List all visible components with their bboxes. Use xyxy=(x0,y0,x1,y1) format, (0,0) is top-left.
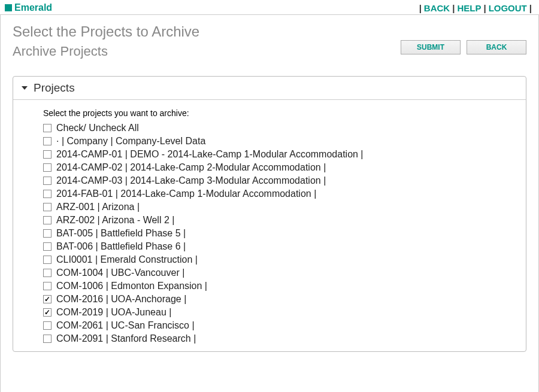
project-label: 2014-CAMP-03 | 2014-Lake-Camp 3-Modular … xyxy=(56,175,326,186)
project-label: COM-2016 | UOA-Anchorage | xyxy=(56,294,186,305)
page-header: Select the Projects to Archive Archive P… xyxy=(1,15,538,64)
list-item: BAT-006 | Battlefield Phase 6 | xyxy=(43,240,502,253)
list-item: ARZ-002 | Arizona - Well 2 | xyxy=(43,214,502,227)
list-item: 2014-CAMP-03 | 2014-Lake-Camp 3-Modular … xyxy=(43,174,502,187)
project-checkbox[interactable] xyxy=(43,124,52,132)
project-label: ARZ-002 | Arizona - Well 2 | xyxy=(56,215,174,226)
list-item: ARZ-001 | Arizona | xyxy=(43,200,502,214)
list-item: CLI0001 | Emerald Construction | xyxy=(43,253,502,266)
list-item: BAT-005 | Battlefield Phase 5 | xyxy=(43,227,502,240)
chevron-down-icon xyxy=(22,86,28,90)
section-header[interactable]: Projects xyxy=(13,77,526,100)
project-checkbox[interactable] xyxy=(43,295,52,303)
nav-logout-link[interactable]: LOGOUT xyxy=(489,3,527,13)
project-checkbox[interactable] xyxy=(43,256,52,264)
nav-separator: | xyxy=(483,3,486,13)
section-title: Projects xyxy=(34,81,75,95)
content-wrapper: Select the Projects to Archive Archive P… xyxy=(0,15,539,392)
project-checkbox[interactable] xyxy=(43,308,52,317)
list-item: 2014-FAB-01 | 2014-Lake-Camp 1-Modular A… xyxy=(43,187,502,200)
back-button[interactable]: BACK xyxy=(467,40,526,54)
project-checkbox[interactable] xyxy=(43,177,52,185)
project-checkbox[interactable] xyxy=(43,137,52,145)
project-checkbox[interactable] xyxy=(43,190,52,198)
project-checkbox[interactable] xyxy=(43,150,52,159)
project-label: Check/ Uncheck All xyxy=(56,123,139,133)
submit-button[interactable]: SUBMIT xyxy=(401,40,461,54)
project-list: Check/ Uncheck All· | Company | Company-… xyxy=(43,121,502,345)
list-item: 2014-CAMP-02 | 2014-Lake-Camp 2-Modular … xyxy=(43,161,502,174)
project-label: · | Company | Company-Level Data xyxy=(56,136,205,147)
project-checkbox[interactable] xyxy=(43,269,52,277)
project-checkbox[interactable] xyxy=(43,242,52,251)
page-titles: Select the Projects to Archive Archive P… xyxy=(13,23,199,59)
project-label: CLI0001 | Emerald Construction | xyxy=(56,254,198,265)
project-checkbox[interactable] xyxy=(43,282,52,290)
list-item: Check/ Uncheck All xyxy=(43,121,502,135)
list-item: COM-2091 | Stanford Research | xyxy=(43,332,502,345)
projects-section: Projects Select the projects you want to… xyxy=(13,76,526,352)
list-item: 2014-CAMP-01 | DEMO - 2014-Lake-Camp 1-M… xyxy=(43,148,502,161)
brand-logo: Emerald xyxy=(5,2,52,13)
action-buttons: SUBMIT BACK xyxy=(401,40,526,54)
list-item: COM-1004 | UBC-Vancouver | xyxy=(43,266,502,279)
project-checkbox[interactable] xyxy=(43,321,52,330)
section-body: Select the projects you want to archive:… xyxy=(13,100,526,351)
project-checkbox[interactable] xyxy=(43,203,52,211)
project-checkbox[interactable] xyxy=(43,216,52,224)
nav-help-link[interactable]: HELP xyxy=(457,3,481,13)
list-item: · | Company | Company-Level Data xyxy=(43,135,502,148)
section-instruction: Select the projects you want to archive: xyxy=(43,108,502,118)
project-label: 2014-FAB-01 | 2014-Lake-Camp 1-Modular A… xyxy=(56,189,316,199)
app-header: Emerald | BACK | HELP | LOGOUT | xyxy=(0,0,539,15)
project-label: ARZ-001 | Arizona | xyxy=(56,202,140,212)
list-item: COM-2019 | UOA-Juneau | xyxy=(43,306,502,319)
nav-back-link[interactable]: BACK xyxy=(424,3,450,13)
project-label: COM-2091 | Stanford Research | xyxy=(56,333,196,344)
project-label: COM-2019 | UOA-Juneau | xyxy=(56,307,171,318)
nav-links: | BACK | HELP | LOGOUT | xyxy=(417,3,534,13)
project-label: COM-1006 | Edmonton Expansion | xyxy=(56,281,207,291)
brand-name: Emerald xyxy=(14,2,52,13)
project-checkbox[interactable] xyxy=(43,229,52,238)
project-label: 2014-CAMP-02 | 2014-Lake-Camp 2-Modular … xyxy=(56,162,326,173)
project-label: BAT-005 | Battlefield Phase 5 | xyxy=(56,228,186,239)
project-checkbox[interactable] xyxy=(43,335,52,343)
nav-separator: | xyxy=(419,3,422,13)
list-item: COM-2016 | UOA-Anchorage | xyxy=(43,293,502,306)
project-label: BAT-006 | Battlefield Phase 6 | xyxy=(56,241,186,252)
project-label: COM-1004 | UBC-Vancouver | xyxy=(56,268,184,278)
list-item: COM-2061 | UC-San Francisco | xyxy=(43,319,502,332)
nav-separator: | xyxy=(452,3,455,13)
project-label: COM-2061 | UC-San Francisco | xyxy=(56,320,195,331)
logo-square-icon xyxy=(5,4,12,11)
page-title: Select the Projects to Archive xyxy=(13,23,199,40)
list-item: COM-1006 | Edmonton Expansion | xyxy=(43,279,502,293)
project-checkbox[interactable] xyxy=(43,163,52,172)
nav-separator: | xyxy=(529,3,532,13)
project-label: 2014-CAMP-01 | DEMO - 2014-Lake-Camp 1-M… xyxy=(56,149,364,160)
page-subtitle: Archive Projects xyxy=(13,44,199,59)
